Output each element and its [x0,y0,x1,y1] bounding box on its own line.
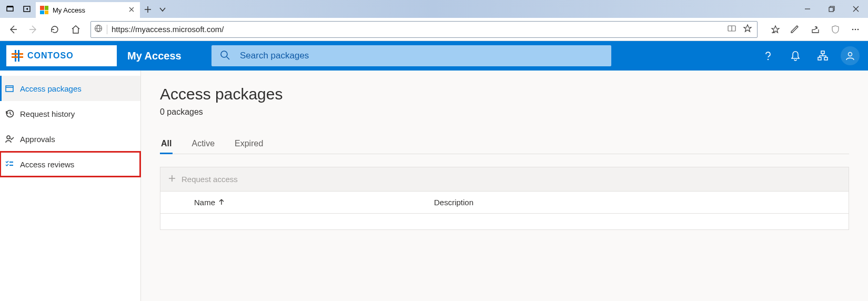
column-description[interactable]: Description [434,198,473,207]
sidebar-item-label: Access packages [20,84,82,93]
empty-row [160,214,849,229]
person-check-icon [4,134,15,144]
svg-point-17 [7,136,10,139]
window-restore-button[interactable] [820,0,844,18]
sidebar: Access packages Request history Approval… [0,71,141,301]
notes-icon[interactable] [786,20,805,39]
more-icon[interactable] [846,20,865,39]
history-icon [4,109,15,118]
tab-all[interactable]: All [160,139,173,154]
svg-rect-11 [821,51,824,54]
table-header: Name Description [160,192,849,214]
browser-tab-title: My Access [53,6,124,14]
favorite-star-icon[interactable] [743,24,752,34]
svg-rect-0 [7,7,13,11]
sidebar-item-label: Approvals [20,135,55,144]
avatar-icon [841,46,860,65]
shield-icon[interactable] [826,20,845,39]
nav-back-button[interactable] [3,20,22,39]
svg-point-6 [852,28,854,30]
checklist-icon [4,159,15,169]
command-bar: Request access [160,167,849,192]
globe-icon [94,24,103,34]
set-aside-tabs-icon[interactable] [19,2,35,16]
svg-point-10 [768,59,769,60]
url-input[interactable] [112,25,723,34]
browser-toolbar [0,18,868,41]
svg-rect-15 [6,86,13,92]
sidebar-item-request-history[interactable]: Request history [0,101,140,126]
sidebar-item-access-packages[interactable]: Access packages [0,76,140,101]
notifications-button[interactable] [784,44,807,67]
search-box[interactable] [211,45,611,66]
window-title-bar: My Access [0,0,868,18]
svg-rect-1 [7,6,13,7]
filter-tabs: All Active Expired [160,139,849,154]
sidebar-item-label: Access reviews [20,160,74,169]
page-title: Access packages [160,85,849,103]
directory-button[interactable] [811,44,834,67]
help-button[interactable] [756,44,780,67]
share-icon[interactable] [806,20,825,39]
account-avatar[interactable] [839,44,862,67]
packages-table: Request access Name Description [160,167,849,230]
new-tab-button[interactable] [144,6,152,15]
svg-rect-3 [829,7,833,12]
app-title: My Access [127,50,201,62]
tab-dropdown-icon[interactable] [159,6,166,15]
search-icon [220,50,230,62]
package-icon [4,84,15,93]
address-bar[interactable] [90,21,758,38]
svg-point-8 [857,28,859,30]
close-tab-icon[interactable] [128,6,136,14]
favorites-hub-icon[interactable] [766,20,785,39]
search-input[interactable] [239,50,603,62]
sidebar-item-approvals[interactable]: Approvals [0,126,140,152]
main-content: Access packages 0 packages All Active Ex… [141,71,868,301]
svg-point-14 [849,53,852,56]
brand-box[interactable]: CONTOSO [6,45,117,66]
column-name[interactable]: Name [194,198,215,207]
svg-point-7 [855,28,856,30]
plus-icon [168,174,176,184]
tab-active[interactable]: Active [190,139,216,154]
window-minimize-button[interactable] [795,0,820,18]
package-count: 0 packages [160,107,849,117]
svg-rect-13 [824,57,827,60]
brand-name: CONTOSO [27,51,74,61]
address-bar-separator [107,25,107,34]
nav-refresh-button[interactable] [45,20,64,39]
reading-view-icon[interactable] [728,24,736,34]
nav-home-button[interactable] [66,20,85,39]
svg-point-9 [221,51,227,57]
browser-tab[interactable]: My Access [36,2,140,18]
tab-expired[interactable]: Expired [234,139,264,154]
sidebar-item-access-reviews[interactable]: Access reviews [0,152,140,177]
svg-rect-12 [818,57,821,60]
microsoft-logo-icon [40,6,48,14]
sort-asc-icon[interactable] [218,198,225,207]
sidebar-item-label: Request history [20,109,75,118]
app-header: CONTOSO My Access [0,41,868,71]
brand-logo-icon [12,50,23,62]
request-access-button[interactable]: Request access [181,175,238,184]
taskview-icon[interactable] [2,2,18,16]
window-close-button[interactable] [844,0,868,18]
nav-forward-button[interactable] [24,20,43,39]
